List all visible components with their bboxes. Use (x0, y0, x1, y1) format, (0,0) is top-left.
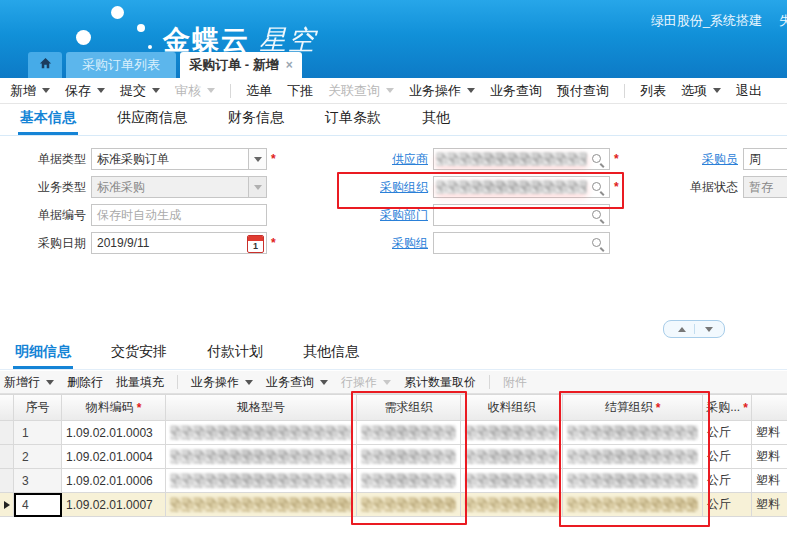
audit-button: 审核 (175, 82, 215, 100)
delete-row-button[interactable]: 删除行 (67, 374, 103, 391)
material-name-cell[interactable]: 塑料 (752, 493, 787, 517)
material-name-cell[interactable]: 塑料 (752, 421, 787, 445)
spec-cell[interactable] (166, 421, 357, 445)
material-code-cell[interactable]: 1.09.02.01.0004 (62, 445, 166, 469)
purchase-group-lookup[interactable] (433, 232, 610, 254)
tab-basic-info[interactable]: 基本信息 (18, 103, 78, 135)
form-column-middle: 供应商 * 采购组织 * 采购部门 采购组 (340, 148, 622, 254)
tab-purchase-order-list[interactable]: 采购订单列表 (66, 52, 176, 78)
material-code-cell[interactable]: 1.09.02.01.0007 (62, 493, 166, 517)
material-code-cell[interactable]: 1.09.02.01.0003 (62, 421, 166, 445)
row-indicator-cell (0, 445, 14, 469)
grid-header-row: 序号 物料编码* 规格型号 需求组织 收料组织 结算组织* 采购...* (0, 394, 787, 421)
demand-org-cell[interactable] (357, 445, 461, 469)
table-row: 3 1.09.02.01.0006 公斤 塑料 (0, 469, 787, 493)
tab-payment-plan[interactable]: 付款计划 (205, 337, 265, 369)
material-name-cell[interactable]: 塑料 (752, 469, 787, 493)
table-row: 2 1.09.02.01.0004 公斤 塑料 (0, 445, 787, 469)
purchaser-input[interactable]: 周 (743, 148, 787, 170)
seq-cell[interactable]: 2 (14, 445, 62, 469)
material-code-cell[interactable]: 1.09.02.01.0006 (62, 469, 166, 493)
receive-org-cell[interactable] (461, 421, 563, 445)
chevron-down-icon (152, 88, 160, 93)
purchase-org-row: 采购组织 * (340, 176, 622, 198)
add-row-button[interactable]: 新增行 (4, 374, 54, 391)
grid-business-operation-button[interactable]: 业务操作 (191, 374, 253, 391)
settle-org-cell[interactable] (563, 421, 703, 445)
related-query-button: 关联查询 (328, 82, 394, 100)
save-button[interactable]: 保存 (65, 82, 105, 100)
tab-delivery-plan[interactable]: 交货安排 (109, 337, 169, 369)
grid-business-query-button[interactable]: 业务查询 (266, 374, 328, 391)
supplier-link-label[interactable]: 供应商 (340, 151, 428, 168)
search-icon[interactable] (591, 181, 605, 195)
purchase-group-link-label[interactable]: 采购组 (340, 235, 428, 252)
seq-cell[interactable]: 1 (14, 421, 62, 445)
seq-cell-selected[interactable]: 4 (14, 493, 62, 517)
doc-no-input[interactable]: 保存时自动生成 (91, 204, 267, 226)
purchaser-link-label[interactable]: 采购员 (658, 151, 738, 168)
exit-button[interactable]: 退出 (736, 82, 762, 100)
purchase-dept-link-label[interactable]: 采购部门 (340, 207, 428, 224)
receive-org-cell[interactable] (461, 469, 563, 493)
tab-other[interactable]: 其他 (420, 103, 452, 135)
tab-supplier-info[interactable]: 供应商信息 (115, 103, 189, 135)
tab-purchase-order-new[interactable]: 采购订单 - 新增 × (180, 52, 302, 78)
spec-cell[interactable] (166, 445, 357, 469)
purchase-date-input[interactable]: 2019/9/11 1 (91, 232, 267, 254)
supplier-lookup[interactable] (433, 148, 610, 170)
unit-cell[interactable]: 公斤 (703, 445, 752, 469)
submit-button[interactable]: 提交 (120, 82, 160, 100)
table-row: 1 1.09.02.01.0003 公斤 塑料 (0, 421, 787, 445)
business-query-button[interactable]: 业务查询 (490, 82, 542, 100)
search-icon[interactable] (591, 209, 605, 223)
material-name-cell[interactable]: 塑料 (752, 445, 787, 469)
unit-cell[interactable]: 公斤 (703, 493, 752, 517)
spec-cell[interactable] (166, 493, 357, 517)
settle-org-cell[interactable] (563, 493, 703, 517)
prepay-query-button[interactable]: 预付查询 (557, 82, 609, 100)
masked-value (170, 497, 352, 512)
cumulative-qty-price-button[interactable]: 累计数量取价 (404, 374, 476, 391)
options-button[interactable]: 选项 (681, 82, 721, 100)
collapse-up-button[interactable] (664, 321, 694, 337)
tab-detail-info[interactable]: 明细信息 (13, 337, 73, 369)
search-icon[interactable] (591, 153, 605, 167)
settle-org-cell[interactable] (563, 469, 703, 493)
spec-cell[interactable] (166, 469, 357, 493)
demand-org-cell[interactable] (357, 469, 461, 493)
purchase-org-lookup[interactable] (433, 176, 610, 198)
settle-org-cell[interactable] (563, 445, 703, 469)
calendar-icon[interactable]: 1 (247, 235, 264, 253)
account-name[interactable]: 绿田股份_系统搭建 (651, 12, 762, 30)
unit-cell[interactable]: 公斤 (703, 421, 752, 445)
account-menu-partial[interactable]: 失 (779, 12, 787, 30)
receive-org-cell[interactable] (461, 493, 563, 517)
purchase-org-link-label[interactable]: 采购组织 (340, 179, 428, 196)
collapse-down-button[interactable] (695, 321, 725, 337)
demand-org-cell[interactable] (357, 421, 461, 445)
new-button[interactable]: 新增 (10, 82, 50, 100)
business-operation-button[interactable]: 业务操作 (409, 82, 475, 100)
chevron-down-icon (207, 88, 215, 93)
tab-order-terms[interactable]: 订单条款 (323, 103, 383, 135)
seq-cell[interactable]: 3 (14, 469, 62, 493)
chevron-down-icon[interactable] (248, 149, 266, 169)
purchase-dept-lookup[interactable] (433, 204, 610, 226)
receive-org-cell[interactable] (461, 445, 563, 469)
toolbar-separator (230, 84, 231, 98)
home-tab[interactable] (28, 52, 62, 78)
tab-other-info[interactable]: 其他信息 (301, 337, 361, 369)
supplier-row: 供应商 * (340, 148, 622, 170)
select-doc-button[interactable]: 选单 (246, 82, 272, 100)
search-icon[interactable] (591, 237, 605, 251)
chevron-down-icon (42, 88, 50, 93)
batch-fill-button[interactable]: 批量填充 (116, 374, 164, 391)
doc-type-combo[interactable]: 标准采购订单 (91, 148, 267, 170)
demand-org-cell[interactable] (357, 493, 461, 517)
tab-finance-info[interactable]: 财务信息 (226, 103, 286, 135)
list-button[interactable]: 列表 (640, 82, 666, 100)
close-icon[interactable]: × (286, 59, 293, 71)
unit-cell[interactable]: 公斤 (703, 469, 752, 493)
push-down-button[interactable]: 下推 (287, 82, 313, 100)
